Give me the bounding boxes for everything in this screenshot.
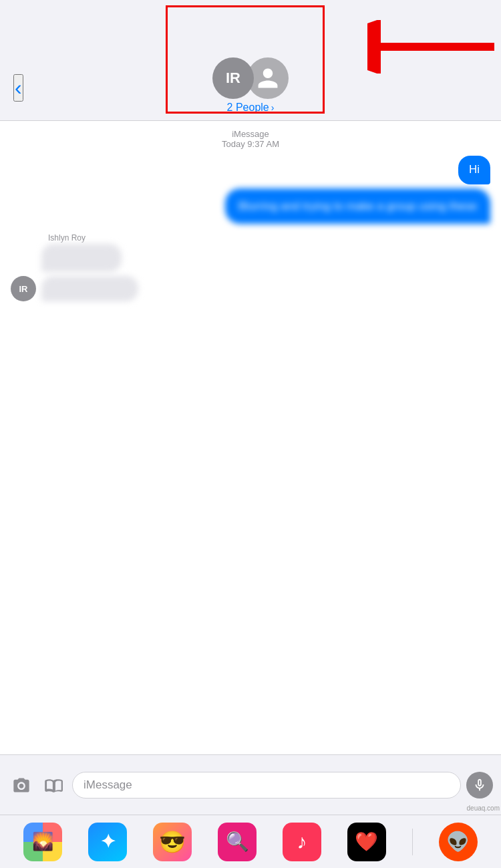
time-label: Today 9:37 AM [11, 139, 490, 149]
music-icon: ♪ [297, 831, 307, 853]
appstore-icon [44, 776, 63, 794]
chevron-right-icon: › [271, 102, 275, 113]
message-row: Blurring and trying to make a group usin… [11, 188, 490, 225]
group-name[interactable]: 2 People › [227, 102, 275, 114]
heart-icon: ❤️ [355, 831, 378, 853]
platform-label: iMessage [11, 129, 490, 139]
timestamp-label: iMessage Today 9:37 AM [11, 129, 490, 149]
person-icon [256, 66, 280, 90]
dock: 🌄 ✦ 😎 🔍 ♪ ❤️ 👽 [0, 815, 501, 868]
dock-icon-heart[interactable]: ❤️ [347, 823, 386, 861]
appstore-dock-icon: ✦ [100, 831, 116, 853]
audio-button[interactable] [466, 772, 493, 799]
camera-icon [12, 776, 31, 794]
back-chevron-icon: ‹ [15, 76, 22, 100]
camera-button[interactable] [8, 772, 35, 799]
annotation-arrow [367, 20, 501, 74]
dock-separator [412, 829, 413, 855]
avatar-ir: IR [212, 57, 254, 99]
header-center: IR 2 People › [212, 57, 289, 114]
dock-icon-photos[interactable]: 🌄 [23, 823, 62, 861]
audio-icon [472, 778, 487, 792]
avatars-row[interactable]: IR [212, 57, 289, 99]
bubble-received-blurred-1 [41, 244, 122, 272]
avatar-small-ir: IR [11, 276, 36, 301]
bubble-sent-blurred: Blurring and trying to make a group usin… [225, 188, 490, 225]
appstore-button[interactable] [40, 772, 67, 799]
dock-icon-appstore[interactable]: ✦ [88, 823, 127, 861]
qr-icon: 🔍 [226, 831, 249, 853]
photos-icon: 🌄 [32, 831, 53, 852]
bubble-received-blurred-2 [41, 276, 138, 301]
watermark: deuaq.com [467, 805, 500, 812]
input-bar: iMessage [0, 754, 501, 815]
dock-icon-reddit[interactable]: 👽 [439, 823, 478, 861]
dock-icon-qr[interactable]: 🔍 [218, 823, 257, 861]
received-messages-group: Ishlyn Roy IR [11, 233, 490, 301]
message-input-placeholder: iMessage [84, 778, 132, 792]
messages-area: iMessage Today 9:37 AM Hi Blurring and t… [0, 121, 501, 754]
dock-icon-music[interactable]: ♪ [283, 823, 321, 861]
message-input[interactable]: iMessage [72, 772, 461, 799]
received-row: IR [11, 244, 490, 301]
bubble-sent-hi: Hi [458, 156, 490, 184]
sender-name: Ishlyn Roy [48, 233, 490, 243]
dock-icon-memoji[interactable]: 😎 [153, 823, 192, 861]
memoji-icon: 😎 [159, 829, 186, 855]
header: ‹ IR 2 People › [0, 0, 501, 121]
message-row: Hi [11, 156, 490, 184]
reddit-icon: 👽 [446, 831, 470, 853]
back-button[interactable]: ‹ [13, 74, 23, 102]
